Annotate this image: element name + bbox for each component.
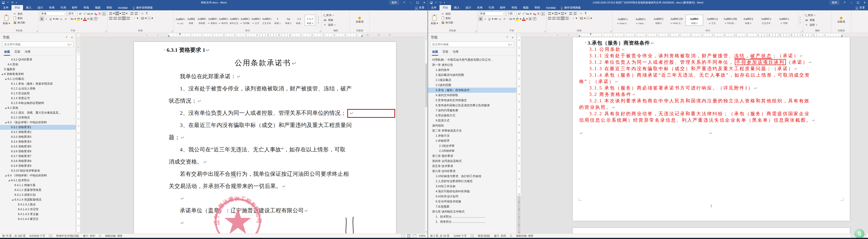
nav-heading-item[interactable]: 第七章 谈判响应文件格式 <box>428 209 516 214</box>
style-chip[interactable]: AaBbCc正文文本 <box>757 15 775 26</box>
shrink-font-icon[interactable] <box>521 12 525 16</box>
minimize-icon[interactable] <box>408 0 414 5</box>
align-left-icon[interactable] <box>109 16 113 20</box>
collapse-triangle-icon[interactable] <box>5 78 6 80</box>
select-button[interactable]: 选择 <box>805 23 817 27</box>
nav-heading-item[interactable]: 2.评标程序 <box>428 138 516 143</box>
grow-font-icon[interactable] <box>78 12 82 16</box>
nav-heading-item[interactable]: 7.应急预案 <box>428 204 516 209</box>
web-layout-icon[interactable] <box>413 234 416 237</box>
right-indent-marker[interactable] <box>361 34 363 36</box>
change-case-icon[interactable] <box>87 12 91 16</box>
style-chip[interactable]: AaBbC表标题 <box>197 15 207 26</box>
style-chip[interactable]: AaBbCcD(↵ 无间隔1 <box>240 15 250 26</box>
replace-button[interactable]: 替换 <box>805 18 817 22</box>
read-mode-icon[interactable] <box>851 234 855 237</box>
bullets-icon[interactable] <box>548 11 551 15</box>
nav-heading-item[interactable]: 6.1 公司概况: <box>0 77 76 82</box>
nav-heading-item[interactable]: 6.3.4 资格要求4 <box>0 140 76 144</box>
style-chip[interactable]: 1.1.1标题 3 <box>305 15 315 26</box>
nav-heading-item[interactable]: 2.1初步评审 <box>428 143 516 148</box>
character-shading-icon[interactable] <box>528 17 532 21</box>
style-chip[interactable]: 1.1标题... <box>294 15 304 26</box>
proofing-icon[interactable] <box>471 235 474 237</box>
floating-app-icon[interactable] <box>855 229 864 238</box>
nav-heading-item[interactable]: 第五章 技术要求 <box>428 163 516 169</box>
nav-heading-item[interactable]: 2.2详细评审 <box>428 148 516 153</box>
style-chip[interactable]: Aa标题 2 <box>283 15 293 26</box>
nav-heading-item[interactable]: 2.人员的专业要求和行为规范 <box>428 179 516 184</box>
nav-heading-item[interactable]: 6.4.1.4 资源配备情况 <box>0 197 76 202</box>
add-ins-button[interactable]: 加载项 <box>351 11 368 29</box>
nav-heading-item[interactable]: 1.谈判条件 <box>428 67 516 72</box>
subscript-icon[interactable] <box>498 17 502 21</box>
document-page[interactable]: ▪6.3.1 资格要求 1↵公用条款承诺书↵我单位在此郑重承诺：↵1、没有处于被… <box>134 42 396 234</box>
shrink-font-icon[interactable] <box>83 12 86 16</box>
style-chip[interactable]: AaBbCc↵ K&W... <box>632 15 649 25</box>
nav-heading-item[interactable]: 1.评标方法 <box>428 133 516 138</box>
nav-heading-item[interactable]: 第三章 报价要求 <box>428 153 516 158</box>
language-indicator[interactable]: 简体中文(中国大陆) <box>56 234 79 238</box>
style-chip[interactable]: AaBbCcD(↵ 列出段... <box>721 15 739 26</box>
ribbon-tab[interactable]: 视图 <box>520 5 531 10</box>
ribbon-tab[interactable]: 审阅 <box>81 5 92 10</box>
dialog-launcher-icon[interactable] <box>319 30 321 32</box>
nav-heading-item[interactable]: 6 资格审查资料 <box>0 72 76 77</box>
ribbon-tab[interactable]: 帮助 <box>103 5 115 10</box>
first-line-indent-marker[interactable] <box>590 33 592 36</box>
underline-icon[interactable] <box>488 17 491 21</box>
nav-heading-item[interactable]: 1、技术部分..................................… <box>428 214 516 219</box>
ribbon-tab[interactable]: 布局 <box>46 5 58 10</box>
character-shading-icon[interactable] <box>90 17 93 21</box>
clear-formatting-icon[interactable] <box>532 12 536 16</box>
save-icon[interactable] <box>2 1 5 4</box>
nav-heading-item[interactable]: 6.4.1.3 进度计划 <box>0 192 76 197</box>
nav-tab[interactable]: 结果 <box>451 49 461 55</box>
font-color-icon[interactable] <box>522 17 526 21</box>
chevron-down-icon[interactable] <box>66 36 67 39</box>
close-icon[interactable] <box>421 0 428 5</box>
nav-heading-item[interactable]: 6.4.1 技术部分 <box>0 178 76 183</box>
strikethrough-icon[interactable] <box>494 17 498 21</box>
format-painter-button[interactable]: 格式刷 <box>13 21 25 24</box>
nav-heading-item[interactable]: 6.1.5 年检合格的证明材料 <box>0 101 76 106</box>
search-icon[interactable] <box>67 43 69 45</box>
left-indent-marker[interactable] <box>168 34 170 36</box>
sort-icon[interactable] <box>141 11 144 15</box>
dialog-launcher-icon[interactable] <box>105 30 106 32</box>
close-icon[interactable] <box>512 36 514 39</box>
nav-tab[interactable]: 标题 <box>430 49 440 55</box>
search-icon[interactable] <box>508 43 510 45</box>
style-chip[interactable]: AaBbCcDdI表内正文... <box>229 15 240 26</box>
copy-button[interactable]: 复制 <box>441 16 453 20</box>
tab-selector[interactable] <box>517 33 521 37</box>
nav-heading-item[interactable]: 6.1.1 承包（服务）商基本情况表 <box>0 82 76 86</box>
right-indent-marker[interactable] <box>841 34 843 36</box>
font-color-icon[interactable] <box>83 17 87 21</box>
nav-heading-item[interactable]: 2.项目概况与谈判范围 <box>428 72 516 78</box>
undo-icon[interactable] <box>7 1 9 4</box>
enclose-characters-icon[interactable] <box>94 17 98 21</box>
page-indicator[interactable]: 第 2 页, 共 39 页 <box>430 234 450 238</box>
ribbon-tab[interactable]: 设计 <box>463 5 474 10</box>
cut-button[interactable]: 剪切 <box>441 12 453 16</box>
proofing-icon[interactable] <box>49 235 52 237</box>
nav-heading-item[interactable]: 6.1.3 营业执照 <box>0 91 76 96</box>
ribbon-tab[interactable]: 文件 <box>428 5 439 10</box>
increase-indent-icon[interactable] <box>134 11 138 15</box>
ribbon-tab[interactable]: 设计 <box>34 5 46 10</box>
style-chip[interactable]: AaBbC(标题 4 <box>739 15 757 26</box>
word-count[interactable]: 6/25698 个字 <box>29 234 45 238</box>
shading-icon[interactable] <box>580 16 583 20</box>
bullets-icon[interactable] <box>109 11 113 15</box>
search-input[interactable] <box>4 43 66 46</box>
share-button[interactable]: 共享 <box>412 5 428 10</box>
italic-icon[interactable] <box>44 17 48 21</box>
print-layout-icon[interactable] <box>408 234 410 237</box>
nav-heading-item[interactable]: 2.1项目概况 <box>428 78 516 83</box>
line-spacing-icon[interactable] <box>571 16 575 20</box>
nav-heading-item[interactable]: 5.竞争性谈判文件的递交 <box>428 98 516 103</box>
style-chip[interactable]: 1标题 1 <box>272 15 283 26</box>
decrease-indent-icon[interactable] <box>569 11 572 15</box>
show-marks-icon[interactable] <box>145 11 149 15</box>
